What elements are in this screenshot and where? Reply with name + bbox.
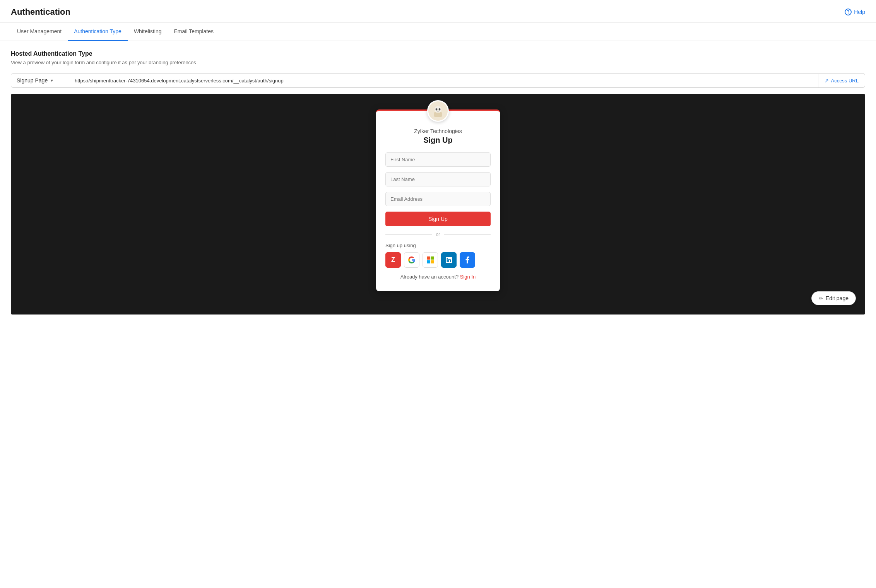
facebook-social-button[interactable] (460, 252, 475, 268)
card-body: Zylker Technologies Sign Up Sign Up or S… (376, 128, 500, 280)
zoho-social-button[interactable]: Z (385, 252, 401, 268)
signin-prompt: Already have an account? Sign In (385, 274, 491, 280)
svg-point-4 (439, 108, 441, 110)
url-bar: Signup Page ▾ https://shipmenttracker-74… (11, 73, 865, 88)
access-url-label: Access URL (831, 78, 859, 84)
pencil-icon: ✏ (819, 296, 823, 301)
svg-rect-7 (437, 113, 439, 114)
or-text: or (436, 232, 440, 237)
first-name-input[interactable] (385, 152, 491, 167)
tab-whitelisting[interactable]: Whitelisting (128, 23, 168, 41)
page-selector[interactable]: Signup Page ▾ (11, 74, 69, 87)
last-name-input[interactable] (385, 172, 491, 186)
tab-authentication-type[interactable]: Authentication Type (68, 23, 128, 41)
help-link[interactable]: ? Help (845, 9, 865, 15)
section-description: View a preview of your login form and co… (11, 60, 865, 65)
google-social-button[interactable] (404, 252, 419, 268)
preview-area: Zylker Technologies Sign Up Sign Up or S… (11, 94, 865, 315)
avatar-container (376, 100, 500, 122)
access-url-link[interactable]: ↗ Access URL (818, 74, 865, 87)
signup-card: Zylker Technologies Sign Up Sign Up or S… (376, 109, 500, 291)
linkedin-social-button[interactable] (441, 252, 457, 268)
social-icons-container: Z (385, 252, 491, 268)
help-icon: ? (845, 9, 852, 15)
signup-button[interactable]: Sign Up (385, 212, 491, 226)
signin-link[interactable]: Sign In (460, 274, 476, 280)
section-title: Hosted Authentication Type (11, 50, 865, 57)
tabs-container: User Management Authentication Type Whit… (0, 23, 876, 41)
external-link-icon: ↗ (825, 78, 829, 84)
page-header: Authentication ? Help (0, 0, 876, 23)
url-display: https://shipmenttracker-74310654.develop… (69, 74, 818, 87)
svg-point-3 (436, 108, 438, 110)
svg-point-6 (440, 108, 440, 109)
email-input[interactable] (385, 192, 491, 206)
svg-point-5 (436, 108, 437, 109)
avatar (427, 100, 449, 122)
signin-prompt-text: Already have an account? (400, 274, 459, 280)
divider-line-left (385, 234, 432, 235)
tab-user-management[interactable]: User Management (11, 23, 68, 41)
microsoft-icon (427, 256, 434, 263)
page-selector-label: Signup Page (17, 77, 48, 84)
robot-avatar-icon (429, 103, 447, 120)
or-divider: or (385, 232, 491, 237)
divider-line-right (444, 234, 491, 235)
facebook-icon (465, 256, 469, 263)
microsoft-social-button[interactable] (423, 252, 438, 268)
edit-page-button[interactable]: ✏ Edit page (811, 291, 856, 305)
edit-page-label: Edit page (826, 295, 849, 301)
page-title: Authentication (11, 7, 70, 17)
linkedin-icon (446, 257, 452, 263)
social-section: Sign up using Z (385, 243, 491, 268)
form-title: Sign Up (385, 136, 491, 145)
tab-email-templates[interactable]: Email Templates (168, 23, 219, 41)
company-name: Zylker Technologies (385, 128, 491, 134)
google-icon (408, 256, 415, 263)
content-area: Hosted Authentication Type View a previe… (0, 41, 876, 324)
chevron-down-icon: ▾ (51, 78, 53, 83)
social-label: Sign up using (385, 243, 491, 248)
help-label: Help (854, 9, 865, 15)
svg-point-2 (435, 106, 441, 113)
